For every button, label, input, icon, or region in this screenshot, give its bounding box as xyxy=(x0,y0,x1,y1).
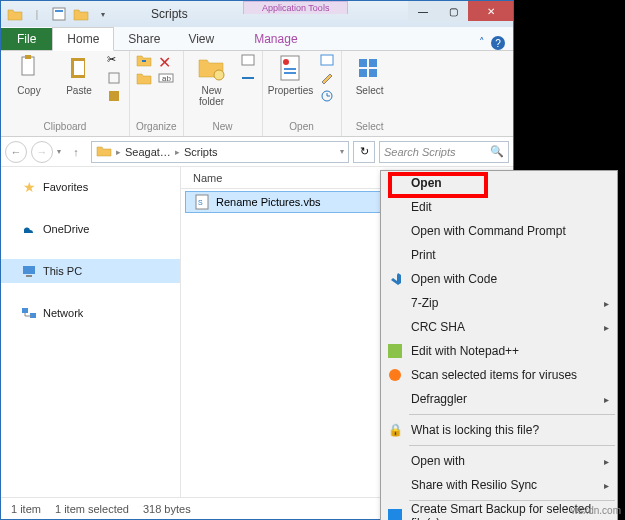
ctx-open-cmd[interactable]: Open with Command Prompt xyxy=(381,219,617,243)
chevron-right-icon[interactable]: ▸ xyxy=(175,147,180,157)
select-button[interactable]: Select xyxy=(348,53,392,96)
svg-text:S: S xyxy=(198,199,203,206)
ctx-defraggler[interactable]: Defraggler xyxy=(381,387,617,411)
copy-button[interactable]: Copy xyxy=(7,53,51,96)
maximize-button[interactable]: ▢ xyxy=(438,1,468,21)
chevron-right-icon[interactable]: ▸ xyxy=(116,147,121,157)
svg-rect-20 xyxy=(359,69,367,77)
copyto-icon[interactable] xyxy=(136,71,152,87)
copypath-icon[interactable] xyxy=(107,71,123,87)
newfolder-qat-icon[interactable] xyxy=(71,4,91,24)
ctx-print[interactable]: Print xyxy=(381,243,617,267)
avast-icon xyxy=(387,367,403,383)
svg-rect-2 xyxy=(22,57,34,75)
back-button[interactable]: ← xyxy=(5,141,27,163)
tab-file[interactable]: File xyxy=(1,28,52,50)
minimize-button[interactable]: — xyxy=(408,1,438,21)
newfolder-icon xyxy=(197,53,227,83)
addr-folder-icon xyxy=(96,144,112,160)
tab-manage[interactable]: Manage xyxy=(240,28,311,50)
ribbon-collapse-icon[interactable]: ˄ xyxy=(479,36,485,50)
svg-rect-28 xyxy=(388,344,402,358)
file-name: Rename Pictures.vbs xyxy=(216,196,321,208)
history-icon[interactable] xyxy=(319,89,335,105)
ribbon-tabs: File Home Share View Manage ˄ ? xyxy=(1,27,513,51)
qat-dropdown-icon[interactable]: ▾ xyxy=(93,4,113,24)
cut-icon[interactable]: ✂ xyxy=(107,53,123,69)
delete-icon[interactable]: ✕ xyxy=(158,53,174,69)
nav-row: ← → ▾ ↑ ▸ Seagat… ▸ Scripts ▾ ↻ Search S… xyxy=(1,137,513,167)
computer-icon xyxy=(21,263,37,279)
ctx-separator xyxy=(409,445,615,446)
copy-icon xyxy=(14,53,44,83)
ctx-locking[interactable]: 🔒 What is locking this file? xyxy=(381,418,617,442)
highlight-box xyxy=(388,172,488,198)
paste-button[interactable]: Paste xyxy=(57,53,101,96)
properties-button[interactable]: Properties xyxy=(269,53,313,96)
edit-icon[interactable] xyxy=(319,71,335,87)
ctx-open-code[interactable]: Open with Code xyxy=(381,267,617,291)
address-bar[interactable]: ▸ Seagat… ▸ Scripts ▾ xyxy=(91,141,349,163)
context-menu: Open Edit Open with Command Prompt Print… xyxy=(380,170,618,520)
ctx-crcsha[interactable]: CRC SHA xyxy=(381,315,617,339)
recent-dropdown-icon[interactable]: ▾ xyxy=(57,147,61,156)
close-button[interactable]: ✕ xyxy=(468,1,513,21)
tab-home[interactable]: Home xyxy=(52,27,114,51)
sidebar-item-favorites[interactable]: ★ Favorites xyxy=(1,175,180,199)
properties-qat-icon[interactable] xyxy=(49,4,69,24)
search-placeholder: Search Scripts xyxy=(384,146,456,158)
help-icon[interactable]: ? xyxy=(491,36,505,50)
open-icon[interactable] xyxy=(319,53,335,69)
tab-share[interactable]: Share xyxy=(114,28,174,50)
easyaccess-icon[interactable] xyxy=(240,71,256,87)
crumb-seagate[interactable]: Seagat… xyxy=(125,146,171,158)
svg-rect-15 xyxy=(284,72,296,74)
network-icon xyxy=(21,305,37,321)
svg-rect-14 xyxy=(284,68,296,70)
newitem-icon[interactable] xyxy=(240,53,256,69)
sidebar-item-thispc[interactable]: This PC xyxy=(1,259,180,283)
svg-point-10 xyxy=(214,70,224,80)
addr-dropdown-icon[interactable]: ▾ xyxy=(340,147,344,156)
vbs-file-icon: S xyxy=(194,194,210,210)
notepadpp-icon xyxy=(387,343,403,359)
status-size: 318 bytes xyxy=(143,503,191,515)
window-controls: — ▢ ✕ xyxy=(408,1,513,21)
svg-rect-22 xyxy=(23,266,35,274)
svg-rect-5 xyxy=(74,61,84,75)
titlebar: | ▾ Scripts Application Tools — ▢ ✕ xyxy=(1,1,513,27)
svg-rect-6 xyxy=(109,73,119,83)
folder-icon[interactable] xyxy=(5,4,25,24)
sidebar-item-network[interactable]: Network xyxy=(1,301,180,325)
ctx-7zip[interactable]: 7-Zip xyxy=(381,291,617,315)
ctx-resilio[interactable]: Share with Resilio Sync xyxy=(381,473,617,497)
svg-text:ab: ab xyxy=(162,74,171,83)
ctx-open-with[interactable]: Open with xyxy=(381,449,617,473)
tab-view[interactable]: View xyxy=(174,28,228,50)
forward-button[interactable]: → xyxy=(31,141,53,163)
ctx-edit[interactable]: Edit xyxy=(381,195,617,219)
ctx-notepadpp[interactable]: Edit with Notepad++ xyxy=(381,339,617,363)
paste-shortcut-icon[interactable] xyxy=(107,89,123,105)
svg-rect-18 xyxy=(359,59,367,67)
select-icon xyxy=(355,53,385,83)
qat-sep: | xyxy=(27,4,47,24)
svg-rect-23 xyxy=(26,275,32,277)
group-organize: ✕ ab Organize xyxy=(130,51,184,136)
newfolder-button[interactable]: New folder xyxy=(190,53,234,107)
refresh-button[interactable]: ↻ xyxy=(353,141,375,163)
crumb-scripts[interactable]: Scripts xyxy=(184,146,218,158)
clipboard-small-buttons: ✂ xyxy=(107,53,123,105)
up-button[interactable]: ↑ xyxy=(65,141,87,163)
rename-icon[interactable]: ab xyxy=(158,71,174,87)
svg-rect-30 xyxy=(388,509,402,520)
moveto-icon[interactable] xyxy=(136,53,152,69)
status-count: 1 item xyxy=(11,503,41,515)
search-box[interactable]: Search Scripts 🔍 xyxy=(379,141,509,163)
ctx-scan[interactable]: Scan selected items for viruses xyxy=(381,363,617,387)
svg-rect-3 xyxy=(25,55,31,59)
svg-rect-0 xyxy=(53,8,65,20)
watermark: wsxdn.com xyxy=(571,505,621,516)
sidebar-item-onedrive[interactable]: OneDrive xyxy=(1,217,180,241)
paste-icon xyxy=(64,53,94,83)
